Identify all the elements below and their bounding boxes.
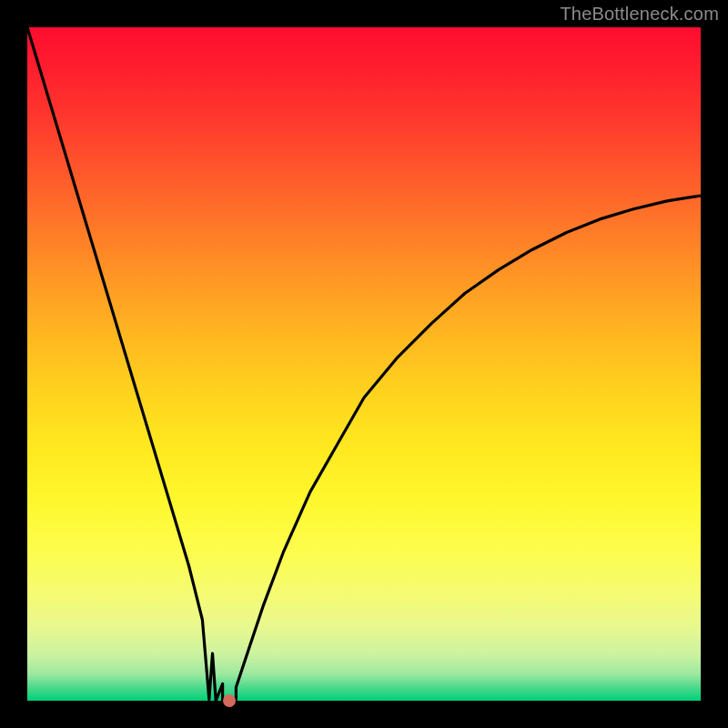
chart-frame: TheBottleneck.com (0, 0, 728, 728)
chart-plot-area (27, 27, 701, 701)
bottleneck-curve (27, 27, 701, 701)
minimum-marker (223, 694, 236, 707)
watermark-text: TheBottleneck.com (560, 4, 719, 25)
curve-path (27, 27, 701, 701)
